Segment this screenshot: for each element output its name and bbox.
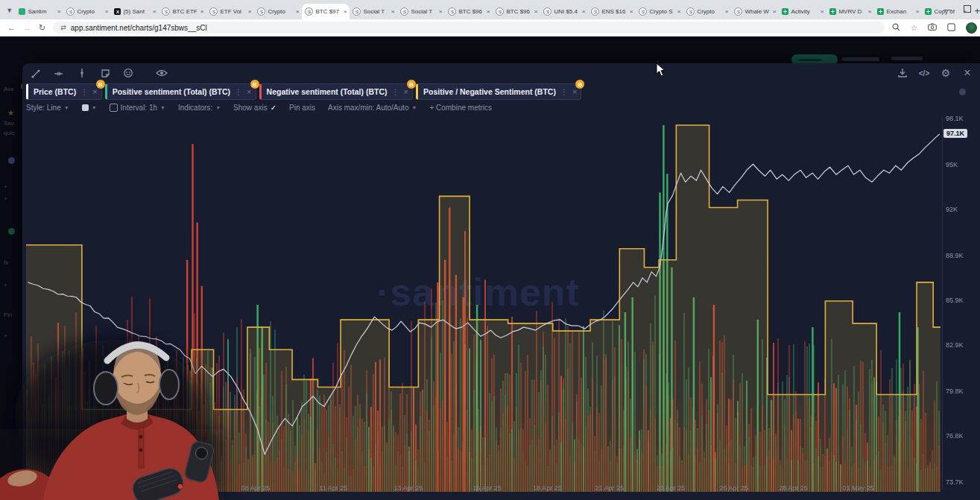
combine-metrics-button[interactable]: + Combine metrics: [429, 104, 492, 112]
tab-title: Social T: [363, 8, 388, 15]
site-settings-icon[interactable]: ⇄: [60, 24, 66, 31]
browser-tab-7[interactable]: SBTC $97×: [302, 4, 350, 19]
chart-actions-toolbar: </> ⚙ ×: [897, 67, 973, 79]
note-icon[interactable]: [99, 67, 111, 79]
browser-tab-13[interactable]: SENS $16×: [588, 4, 636, 19]
metric-remove-icon[interactable]: ×: [92, 87, 97, 96]
tab-close-icon[interactable]: ×: [868, 8, 872, 15]
browser-tab-8[interactable]: SSocial T×: [350, 4, 397, 19]
browser-tab-10[interactable]: SBTC $96×: [445, 4, 493, 19]
tab-close-icon[interactable]: ×: [725, 8, 729, 15]
tab-close-icon[interactable]: ×: [916, 8, 920, 15]
browser-tab-12[interactable]: SUNI $5.4×: [540, 4, 588, 19]
browser-tab-15[interactable]: SCrypto×: [683, 4, 731, 19]
metric-options-icon[interactable]: ⋮: [80, 88, 88, 96]
sidebar-add[interactable]: +: [4, 282, 7, 288]
tab-close-icon[interactable]: ×: [344, 8, 347, 15]
indicators-select[interactable]: Indicators:▼: [178, 104, 221, 112]
metric-remove-icon[interactable]: ×: [404, 87, 408, 96]
tab-close-icon[interactable]: ×: [57, 8, 61, 15]
browser-tab-11[interactable]: SBTC $96×: [493, 4, 540, 19]
tab-close-icon[interactable]: ×: [439, 8, 443, 15]
browser-tab-6[interactable]: SCrypto×: [254, 4, 302, 19]
browser-tab-18[interactable]: MVRV D×: [826, 4, 874, 19]
close-dialog-icon[interactable]: ×: [961, 67, 973, 79]
side-panel-icon[interactable]: [947, 23, 955, 33]
style-select[interactable]: Style: Line▼: [26, 104, 69, 112]
browser-tab-16[interactable]: SWhale W×: [731, 4, 779, 19]
tab-title: BTC $96: [458, 8, 484, 15]
browser-tab-1[interactable]: Santim×: [16, 4, 63, 19]
tab-close-icon[interactable]: ×: [582, 8, 586, 15]
vertical-line-icon[interactable]: [76, 67, 88, 79]
download-icon[interactable]: [897, 67, 908, 79]
tab-title: Crypto: [268, 8, 293, 15]
tab-close-icon[interactable]: ×: [200, 8, 204, 15]
browser-tab-19[interactable]: Exchan×: [874, 4, 922, 19]
tab-close-icon[interactable]: ×: [296, 8, 300, 15]
metric-options-icon[interactable]: ⋮: [235, 88, 242, 96]
browser-tab-3[interactable]: X(5) Sant×: [111, 4, 159, 19]
address-box[interactable]: ⇄ app.santiment.net/charts/g147sbws__sCl: [53, 22, 885, 34]
metric-chip-4[interactable]: Positive / Negative Sentiment (BTC)⋮×B: [416, 83, 581, 100]
window-restore-button[interactable]: [964, 5, 971, 13]
new-tab-button[interactable]: +: [974, 5, 980, 16]
browser-tab-2[interactable]: SCrypto×: [63, 4, 111, 19]
emoji-icon[interactable]: [122, 67, 134, 79]
reload-icon[interactable]: ↻: [39, 23, 45, 33]
axis-maxmin-select[interactable]: Axis max/min: Auto/Auto▼: [328, 104, 417, 112]
tab-close-icon[interactable]: ×: [773, 8, 777, 15]
eye-toggle-icon[interactable]: [156, 67, 168, 79]
s-favicon: S: [305, 7, 313, 16]
show-axis-toggle[interactable]: Show axis✓: [233, 104, 276, 112]
metric-remove-icon[interactable]: ×: [247, 87, 251, 96]
tab-close-icon[interactable]: ×: [487, 8, 490, 15]
trend-line-icon[interactable]: [53, 67, 65, 79]
sidebar-fragment: Ave: [4, 86, 14, 92]
tab-close-icon[interactable]: ×: [248, 8, 252, 15]
browser-tab-5[interactable]: SETF Vol×: [206, 4, 254, 19]
tab-close-icon[interactable]: ×: [105, 8, 109, 15]
interval-select[interactable]: Interval: 1h▼: [110, 104, 165, 112]
y-axis-tick: 73.7K: [946, 478, 964, 486]
profile-avatar[interactable]: [966, 22, 977, 34]
draw-pencil-icon[interactable]: [30, 67, 42, 79]
sidebar-add[interactable]: +: [4, 195, 7, 202]
insights-bulb-icon[interactable]: [8, 228, 15, 235]
tab-close-icon[interactable]: ×: [391, 8, 395, 15]
y-axis-tick: 88.9K: [946, 252, 964, 259]
camera-icon[interactable]: [928, 23, 937, 32]
pin-axis-toggle[interactable]: Pin axis: [289, 104, 315, 112]
tab-close-icon[interactable]: ×: [821, 8, 824, 15]
metric-chip-1[interactable]: Price (BTC)⋮×B: [26, 83, 102, 100]
tab-close-icon[interactable]: ×: [153, 8, 157, 15]
zoom-icon[interactable]: [892, 23, 900, 33]
browser-tab-4[interactable]: SBTC ETF×: [159, 4, 206, 19]
bookmark-star-icon[interactable]: ☆: [911, 24, 917, 32]
metric-chip-3[interactable]: Negative sentiment (Total) (BTC)⋮×B: [259, 83, 413, 100]
tab-close-icon[interactable]: ×: [677, 8, 681, 15]
window-minimize-button[interactable]: —: [943, 4, 952, 13]
watchlist-star-icon[interactable]: ★: [7, 109, 14, 117]
alerts-bell-icon[interactable]: [8, 157, 15, 164]
y-axis-tick: 92K: [946, 206, 958, 213]
tab-search-chevron-icon[interactable]: ▼: [4, 3, 14, 18]
color-swatch-select[interactable]: ▼: [82, 104, 97, 111]
tab-close-icon[interactable]: ×: [534, 8, 538, 15]
fx-icon[interactable]: fx: [4, 259, 8, 266]
metric-options-icon[interactable]: ⋮: [560, 88, 568, 96]
back-icon[interactable]: ←: [7, 23, 16, 32]
tab-title: Whale W: [745, 8, 770, 15]
embed-code-icon[interactable]: </>: [918, 67, 930, 79]
browser-tab-14[interactable]: SCrypto S×: [636, 4, 683, 19]
settings-gear-icon[interactable]: ⚙: [940, 67, 952, 79]
forward-icon[interactable]: →: [23, 23, 31, 32]
tab-close-icon[interactable]: ×: [630, 8, 633, 15]
metric-options-icon[interactable]: ⋮: [392, 88, 399, 96]
url-text[interactable]: app.santiment.net/charts/g147sbws__sCl: [71, 24, 207, 32]
browser-tab-17[interactable]: Activity×: [779, 4, 826, 19]
s-favicon: S: [543, 7, 551, 16]
sidebar-add[interactable]: +: [4, 183, 7, 190]
metric-chip-2[interactable]: Positive sentiment (Total) (BTC)⋮×B: [105, 83, 256, 100]
browser-tab-9[interactable]: SSocial T×: [397, 4, 445, 19]
